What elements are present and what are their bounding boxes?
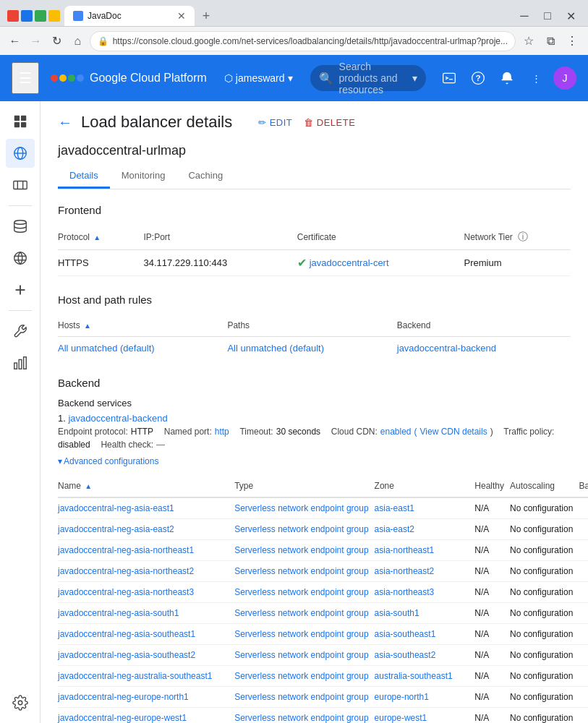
search-bar[interactable]: 🔍 Search products and resources ▾ [310, 65, 426, 91]
health-check-label: Health check: [101, 440, 153, 450]
endpoint-type-link[interactable]: Serverless network endpoint group [234, 692, 368, 702]
timeout-value: 30 seconds [276, 427, 320, 437]
endpoint-type-link[interactable]: Serverless network endpoint group [234, 629, 368, 639]
sidebar-icon-globe[interactable] [6, 244, 35, 273]
tab-monitoring[interactable]: Monitoring [110, 164, 177, 189]
chevron-down-icon: ▾ [58, 456, 62, 466]
sidebar-icon-network[interactable] [6, 139, 35, 168]
more-options-icon[interactable]: ⋮ [524, 67, 547, 90]
sidebar-icon-settings[interactable] [6, 688, 35, 717]
active-tab[interactable]: JavaDoc ✕ [64, 6, 195, 26]
endpoint-name-link[interactable]: javadoccentral-neg-asia-southeast2 [58, 650, 195, 660]
cloud-shell-icon[interactable] [438, 67, 461, 90]
edit-button[interactable]: ✏ EDIT [258, 117, 292, 128]
delete-button[interactable]: 🗑 DELETE [304, 117, 355, 128]
close-button[interactable]: ✕ [561, 6, 581, 26]
extensions-button[interactable]: ⧉ [540, 31, 561, 51]
col-autoscaling-header: Autoscaling [510, 475, 579, 497]
sidebar-icon-add[interactable] [6, 275, 35, 304]
gmail-favicon[interactable] [7, 10, 19, 22]
address-bar[interactable]: 🔒 https://console.cloud.google.com/net-s… [90, 31, 516, 51]
endpoint-protocol-label: Endpoint protocol: [58, 427, 128, 437]
project-selector[interactable]: ⬡ jamesward ▾ [218, 69, 299, 87]
endpoint-zone-link[interactable]: asia-northeast3 [375, 587, 435, 597]
bookmark-button[interactable]: ☆ [519, 31, 539, 51]
endpoint-type-link[interactable]: Serverless network endpoint group [234, 566, 368, 576]
sidebar-icon-chart[interactable] [6, 348, 35, 377]
endpoint-name-link[interactable]: javadoccentral-neg-europe-west1 [58, 713, 187, 723]
tab3-favicon[interactable] [48, 10, 60, 22]
menu-hamburger[interactable]: ☰ [12, 62, 39, 94]
back-arrow-link[interactable]: ← [58, 114, 72, 131]
reload-button[interactable]: ↻ [48, 31, 66, 51]
edit-label: EDIT [270, 117, 293, 128]
sidebar-icon-storage[interactable] [6, 212, 35, 241]
named-port-value[interactable]: http [215, 427, 229, 437]
endpoint-type-link[interactable]: Serverless network endpoint group [234, 524, 368, 534]
endpoint-zone-link[interactable]: asia-northeast1 [375, 545, 435, 555]
advanced-configs-link[interactable]: ▾ Advanced configurations [58, 456, 158, 466]
endpoint-name-link[interactable]: javadoccentral-neg-asia-east2 [58, 524, 174, 534]
endpoint-zone-link[interactable]: asia-east1 [375, 503, 414, 513]
help-icon[interactable]: ? [466, 67, 490, 90]
back-button[interactable]: ← [6, 31, 24, 51]
endpoint-autoscaling: No configuration [510, 582, 579, 603]
endpoint-name-link[interactable]: javadoccentral-neg-asia-northeast3 [58, 587, 194, 597]
advanced-configs-label: Advanced configurations [64, 456, 158, 466]
endpoint-zone-link[interactable]: asia-east2 [375, 524, 414, 534]
endpoint-name-link[interactable]: javadoccentral-neg-asia-northeast1 [58, 545, 194, 555]
cert-link[interactable]: javadoccentral-cert [310, 257, 389, 268]
sidebar-icon-compute[interactable] [6, 171, 35, 200]
maximize-button[interactable]: □ [537, 6, 558, 26]
more-button[interactable]: ⋮ [562, 31, 582, 51]
home-button[interactable]: ⌂ [69, 31, 87, 51]
tab2-favicon[interactable] [35, 10, 46, 22]
sidebar-icon-dashboard[interactable] [6, 107, 35, 136]
tab-close-button[interactable]: ✕ [177, 10, 186, 22]
endpoint-zone-link[interactable]: europe-west1 [375, 713, 427, 723]
browser-action-icons: ☆ ⧉ ⋮ [519, 31, 582, 51]
cdn-details-link[interactable]: ( [414, 427, 417, 437]
notifications-icon[interactable] [495, 67, 519, 90]
endpoint-type-link[interactable]: Serverless network endpoint group [234, 713, 368, 723]
new-tab-button[interactable]: + [196, 6, 216, 26]
endpoint-name-link[interactable]: javadoccentral-neg-asia-east1 [58, 503, 174, 513]
endpoint-name-link[interactable]: javadoccentral-neg-asia-northeast2 [58, 566, 194, 576]
logo-dot-green [68, 74, 75, 82]
endpoint-zone-link[interactable]: australia-southeast1 [375, 671, 453, 681]
endpoint-type-link[interactable]: Serverless network endpoint group [234, 503, 368, 513]
top-navigation: ☰ Google Cloud Platform ⬡ jamesward ▾ 🔍 … [0, 55, 588, 101]
sidebar-icon-tools[interactable] [6, 317, 35, 346]
endpoint-zone-link[interactable]: asia-southeast2 [375, 650, 436, 660]
endpoint-type-link[interactable]: Serverless network endpoint group [234, 587, 368, 597]
endpoint-type-link[interactable]: Serverless network endpoint group [234, 545, 368, 555]
endpoint-zone-link[interactable]: europe-north1 [375, 692, 429, 702]
endpoint-healthy: N/A [474, 666, 510, 687]
tab-caching[interactable]: Caching [176, 164, 234, 189]
hosts-link[interactable]: All unmatched (default) [58, 343, 155, 354]
tab-label: JavaDoc [88, 11, 122, 21]
endpoint-name-link[interactable]: javadoccentral-neg-asia-south1 [58, 608, 179, 618]
paths-link[interactable]: All unmatched (default) [227, 343, 324, 354]
endpoint-zone-link[interactable]: asia-south1 [375, 608, 419, 618]
endpoint-type-link[interactable]: Serverless network endpoint group [234, 650, 368, 660]
cdn-details-link-text[interactable]: View CDN details [420, 427, 487, 437]
endpoint-type-link[interactable]: Serverless network endpoint group [234, 608, 368, 618]
tab1-favicon[interactable] [21, 10, 33, 22]
endpoint-zone-link[interactable]: asia-northeast2 [375, 566, 435, 576]
endpoint-name-link[interactable]: javadoccentral-neg-europe-north1 [58, 692, 189, 702]
sort-icon: ▲ [93, 234, 101, 241]
endpoint-zone-link[interactable]: asia-southeast1 [375, 629, 436, 639]
backend-link[interactable]: javadoccentral-backend [397, 343, 496, 354]
endpoint-name-link[interactable]: javadoccentral-neg-asia-southeast1 [58, 629, 195, 639]
endpoint-type-link[interactable]: Serverless network endpoint group [234, 671, 368, 681]
user-avatar[interactable]: J [553, 67, 576, 90]
forward-button[interactable]: → [27, 31, 45, 51]
tab-details[interactable]: Details [58, 164, 110, 189]
health-check-link[interactable]: — [156, 440, 165, 450]
endpoint-name-link[interactable]: javadoccentral-neg-australia-southeast1 [58, 671, 212, 681]
minimize-button[interactable]: ─ [514, 6, 534, 26]
backend-service-link[interactable]: javadoccentral-backend [68, 413, 167, 424]
left-sidebar [0, 101, 41, 723]
tier-info-icon[interactable]: ⓘ [518, 231, 528, 242]
